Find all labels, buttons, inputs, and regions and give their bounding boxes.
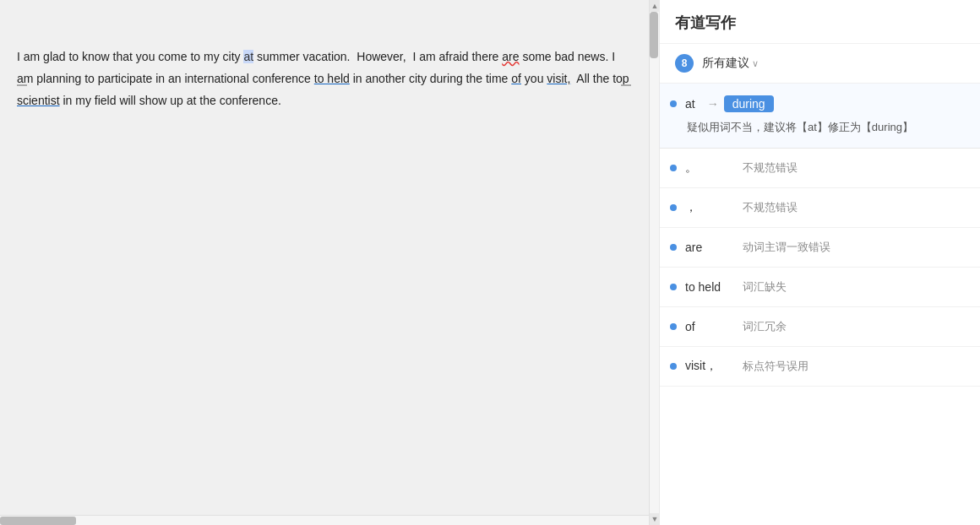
item-word-1: ， [685,200,736,215]
suggestions-panel: 有道写作 8 所有建议 at → during 疑似用词不当，建议将【at】修正… [659,0,980,525]
panel-title: 有道写作 [675,13,736,33]
scroll-thumb[interactable] [650,12,658,58]
editor-text-body[interactable]: I am glad to know that you come to my ci… [17,46,632,112]
item-type-0: 不规范错误 [743,160,798,176]
editor-panel: I am glad to know that you come to my ci… [0,0,659,525]
text-paragraph: I am glad to know that you come to my ci… [17,46,632,112]
suggestion-item-4[interactable]: of 词汇冗余 [660,307,980,347]
bullet-5 [670,363,677,370]
bullet-1 [670,204,677,211]
editor-text-area[interactable]: I am glad to know that you come to my ci… [0,0,649,515]
item-word-4: of [685,320,736,333]
suggestions-count-section[interactable]: 8 所有建议 [660,44,980,84]
corner-mark-tr [621,84,631,86]
item-word-0: 。 [685,160,736,176]
item-word-5: visit， [685,359,736,374]
h-scrollbar-thumb[interactable] [0,517,76,525]
active-suggestion-block[interactable]: at → during 疑似用词不当，建议将【at】修正为【during】 [660,84,980,149]
item-word-2: are [685,241,736,254]
count-label[interactable]: 所有建议 [702,56,759,71]
suggestion-item-0[interactable]: 。 不规范错误 [660,149,980,188]
corner-mark-tl [17,84,27,86]
word-at: at [243,50,253,63]
scroll-up-arrow[interactable]: ▲ [650,0,660,12]
panel-header: 有道写作 [660,0,980,44]
active-bullet [670,100,677,107]
suggestion-word-to: during [724,95,774,112]
item-type-1: 不规范错误 [743,200,798,215]
suggestion-arrow-row: at → during [685,95,965,112]
item-type-3: 词汇缺失 [743,279,787,295]
suggestion-item-2[interactable]: are 动词主谓一致错误 [660,228,980,268]
bullet-4 [670,323,677,330]
item-type-4: 词汇冗余 [743,319,787,334]
arrow-icon: → [707,97,719,111]
scroll-down-arrow[interactable]: ▼ [650,513,660,525]
bullet-2 [670,244,677,251]
active-suggestion-desc: 疑似用词不当，建议将【at】修正为【during】 [687,119,965,136]
suggestion-item-1[interactable]: ， 不规范错误 [660,188,980,228]
item-type-5: 标点符号误用 [743,359,808,374]
count-badge: 8 [675,54,694,73]
bullet-0 [670,165,677,171]
phrase-to-held: to held [314,72,350,85]
word-of: of [511,72,521,85]
vertical-scrollbar[interactable]: ▲ ▼ [649,0,659,525]
editor-horizontal-scrollbar[interactable] [0,515,649,525]
suggestion-item-3[interactable]: to held 词汇缺失 [660,268,980,307]
bullet-3 [670,284,677,290]
word-visit: visit, [547,72,570,85]
item-word-3: to held [685,280,736,294]
editor-main: I am glad to know that you come to my ci… [0,0,649,525]
suggestion-item-5[interactable]: visit， 标点符号误用 [660,347,980,387]
word-are: are [502,50,519,63]
suggestion-word-from: at [685,97,695,111]
word-scientist: scientist [17,94,60,107]
item-type-2: 动词主谓一致错误 [743,240,830,255]
